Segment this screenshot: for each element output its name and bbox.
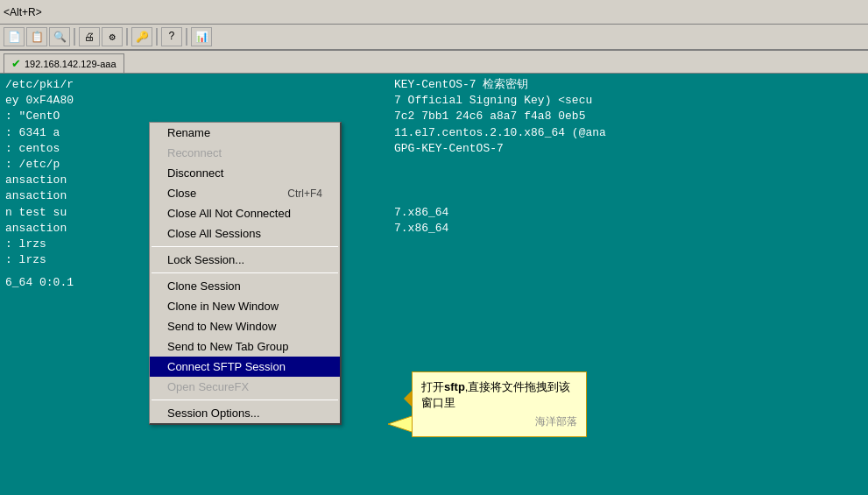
title-bar: <Alt+R> — [0, 0, 868, 25]
tooltip-bold: sftp — [444, 380, 465, 393]
toolbar-sep-4 — [186, 28, 187, 46]
menu-item-open-securefx: Open SecureFX — [150, 377, 340, 397]
menu-item-close-all-not-connected[interactable]: Close All Not Connected — [150, 203, 340, 223]
menu-item-send-new-window[interactable]: Send to New Window — [150, 316, 340, 336]
toolbar-btn-print[interactable]: 🖨 — [79, 27, 100, 46]
main-area: /etc/pki/r ey 0xF4A80 : "CentO : 6341 a … — [0, 74, 868, 495]
menu-close-all-sessions-label: Close All Sessions — [167, 227, 261, 240]
menu-close-all-not-connected-label: Close All Not Connected — [167, 207, 291, 220]
title-text: <Alt+R> — [4, 6, 42, 18]
toolbar-btn-key[interactable]: 🔑 — [131, 27, 152, 46]
toolbar-btn-help[interactable]: ? — [161, 27, 182, 46]
tooltip-box: 打开sftp,直接将文件拖拽到该窗口里 海洋部落 — [412, 371, 587, 437]
menu-item-clone-session[interactable]: Clone Session — [150, 276, 340, 296]
menu-rename-label: Rename — [167, 126, 210, 139]
menu-session-options-label: Session Options... — [167, 407, 260, 420]
menu-sep-1 — [152, 246, 338, 247]
menu-connect-sftp-label: Connect SFTP Session — [167, 360, 286, 373]
menu-clone-session-label: Clone Session — [167, 279, 241, 293]
menu-clone-new-window-label: Clone in New Window — [167, 300, 279, 313]
menu-item-disconnect[interactable]: Disconnect — [150, 163, 340, 183]
menu-item-close[interactable]: Close Ctrl+F4 — [150, 183, 340, 203]
terminal-line-12: : lrzs — [5, 252, 863, 268]
terminal-line-bottom: 6_64 0:0.1 — [5, 275, 863, 291]
menu-sep-3 — [152, 400, 338, 400]
toolbar-sep-1 — [74, 28, 75, 46]
toolbar: 📄 📋 🔍 🖨 ⚙ 🔑 ? 📊 — [0, 25, 868, 51]
terminal: /etc/pki/r ey 0xF4A80 : "CentO : 6341 a … — [0, 74, 868, 495]
menu-send-new-tab-group-label: Send to New Tab Group — [167, 340, 289, 353]
menu-close-shortcut: Ctrl+F4 — [287, 187, 322, 200]
toolbar-sep-2 — [126, 28, 128, 46]
menu-item-close-all-sessions[interactable]: Close All Sessions — [150, 223, 340, 244]
tooltip-text: 打开sftp,直接将文件拖拽到该窗口里 — [421, 379, 577, 411]
menu-disconnect-label: Disconnect — [167, 166, 223, 180]
toolbar-btn-search[interactable]: 🔍 — [49, 27, 70, 46]
menu-reconnect-label: Reconnect — [167, 146, 222, 159]
tooltip-footer: 海洋部落 — [421, 414, 577, 429]
menu-open-securefx-label: Open SecureFX — [167, 380, 249, 393]
tab-bar: ✔ 192.168.142.129-aaa — [0, 51, 868, 74]
menu-item-connect-sftp[interactable]: Connect SFTP Session — [150, 357, 340, 377]
terminal-line-11: : lrzs — [5, 237, 863, 252]
menu-item-clone-new-window[interactable]: Clone in New Window — [150, 296, 340, 316]
toolbar-btn-data[interactable]: 📊 — [191, 27, 212, 46]
menu-close-label: Close — [167, 187, 196, 200]
tab-check-icon: ✔ — [11, 57, 21, 70]
tab-label: 192.168.142.129-aaa — [25, 59, 116, 69]
terminal-right: KEY-CentOS-7 检索密钥 7 Official Signing Key… — [394, 77, 606, 237]
toolbar-btn-new[interactable]: 📄 — [4, 27, 25, 46]
toolbar-btn-settings[interactable]: ⚙ — [102, 27, 123, 46]
toolbar-btn-copy[interactable]: 📋 — [26, 27, 47, 46]
menu-sep-2 — [152, 272, 338, 273]
menu-item-send-new-tab-group[interactable]: Send to New Tab Group — [150, 336, 340, 357]
menu-lock-session-label: Lock Session... — [167, 253, 244, 266]
session-tab[interactable]: ✔ 192.168.142.129-aaa — [4, 53, 124, 73]
menu-item-lock-session[interactable]: Lock Session... — [150, 250, 340, 270]
tooltip-prefix: 打开 — [421, 380, 444, 393]
menu-item-session-options[interactable]: Session Options... — [150, 403, 340, 423]
menu-item-rename[interactable]: Rename — [150, 123, 340, 143]
context-menu: Rename Reconnect Disconnect Close Ctrl+F… — [149, 122, 342, 425]
menu-item-reconnect: Reconnect — [150, 143, 340, 163]
menu-send-new-window-label: Send to New Window — [167, 320, 276, 333]
toolbar-sep-3 — [156, 28, 158, 46]
svg-marker-0 — [388, 415, 414, 433]
